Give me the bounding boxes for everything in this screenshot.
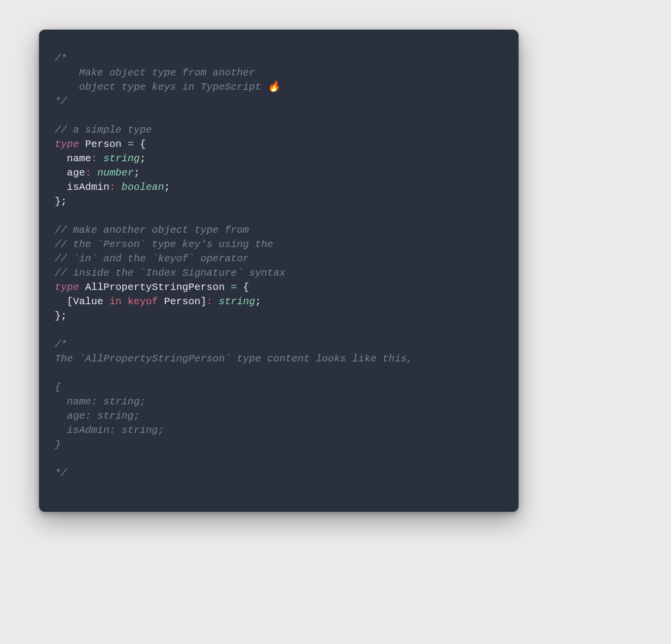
colon-2: : [85, 167, 98, 179]
brace-open-1: { [134, 139, 146, 150]
comment-block-2-l3: // `in` and the `keyof` operator [55, 253, 249, 264]
comment-block-2-l1: // make another object type from [55, 224, 249, 236]
kw-keyof: keyof [128, 296, 158, 307]
comment-block-2-l4: // inside the `Index Signature` syntax [55, 267, 285, 279]
comment-block-1-l2: Make object type from another [55, 67, 255, 78]
type-string-1: string [103, 153, 140, 164]
prop-age: age [55, 167, 85, 179]
comment-block-3-l8: } [55, 439, 61, 450]
code-block: /* Make object type from another object … [55, 51, 503, 480]
brace-close-2: }; [55, 310, 67, 322]
comment-block-2-l2: // the `Person` type key's using the [55, 239, 273, 250]
comment-block-3-l10: */ [55, 467, 67, 479]
comment-block-1-l3: object type keys in TypeScript 🔥 [55, 81, 280, 93]
comment-block-3-l2: The `AllPropertyStringPerson` type conte… [55, 353, 413, 364]
kw-type-2: type [55, 282, 79, 293]
index-value: Value [73, 296, 104, 307]
kw-type-1: type [55, 139, 79, 150]
brace-open-2: { [237, 282, 249, 293]
type-number: number [97, 167, 134, 179]
bracket-close: ] [200, 296, 206, 307]
person-ref: Person [164, 296, 200, 307]
equals-1: = [128, 139, 134, 150]
comment-block-1-l1: /* [55, 53, 67, 64]
colon-3: : [110, 181, 122, 193]
semi-2: ; [134, 167, 140, 179]
equals-2: = [231, 282, 237, 293]
bracket-open: [ [55, 296, 73, 307]
brace-close-1: }; [55, 196, 67, 207]
comment-block-3-l6: age: string; [55, 410, 140, 422]
type-name-person: Person [85, 139, 122, 150]
prop-isadmin: isAdmin [55, 181, 110, 193]
type-string-2: string [219, 296, 255, 307]
semi-3: ; [164, 181, 170, 193]
semi-1: ; [140, 153, 146, 164]
type-name-aps: AllPropertyStringPerson [85, 282, 225, 293]
comment-block-3-l4: { [55, 382, 61, 393]
type-boolean: boolean [121, 181, 164, 193]
colon-4: : [207, 296, 219, 307]
colon-1: : [91, 153, 104, 164]
comment-block-3-l1: /* [55, 339, 67, 350]
comment-simple-type: // a simple type [55, 124, 152, 136]
comment-block-3-l5: name: string; [55, 396, 146, 407]
comment-block-3-l7: isAdmin: string; [55, 425, 164, 436]
semi-4: ; [255, 296, 261, 307]
prop-name: name [55, 153, 91, 164]
kw-in: in [110, 296, 122, 307]
comment-block-1-l4: */ [55, 96, 67, 107]
code-card: /* Make object type from another object … [39, 30, 519, 512]
